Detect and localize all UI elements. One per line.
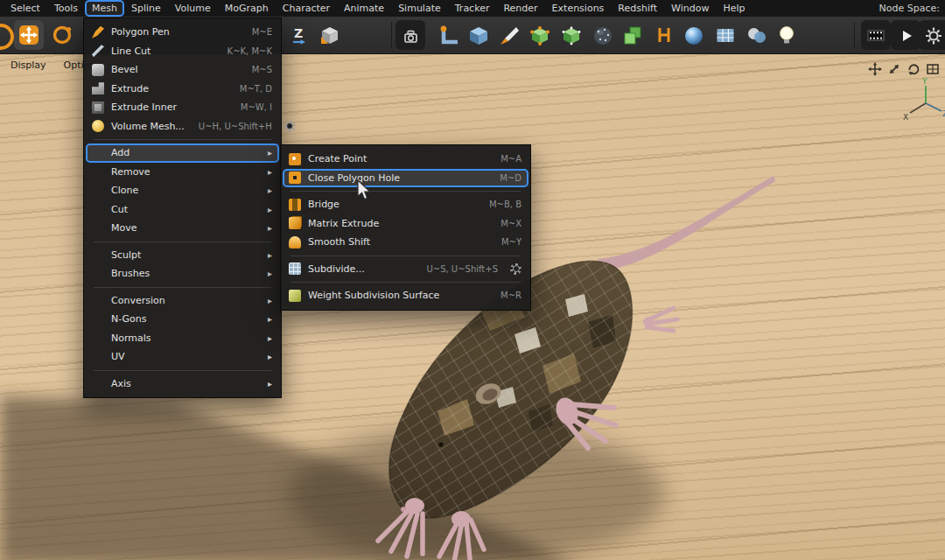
menu-item-n-gons[interactable]: N-Gons▸ <box>86 310 279 329</box>
menu-item-axis[interactable]: Axis▸ <box>86 374 279 394</box>
menu-item-add[interactable]: Add▸ <box>86 144 279 163</box>
menu-item-smooth-shift[interactable]: Smooth ShiftM~Y <box>283 233 528 252</box>
menubar-item-window[interactable]: Window <box>664 1 716 16</box>
render-settings-gear-icon[interactable] <box>919 20 945 50</box>
filmstrip-icon[interactable] <box>861 20 891 50</box>
menubar-item-render[interactable]: Render <box>496 1 544 16</box>
submenu-arrow-icon: ▸ <box>268 333 272 343</box>
menu-item-bevel[interactable]: BevelM~S <box>86 60 279 80</box>
view-layout-icon[interactable] <box>925 61 940 76</box>
submenu-arrow-icon: ▸ <box>268 352 272 361</box>
polygon-pen-icon <box>92 26 104 38</box>
menu-item-uv[interactable]: UV▸ <box>86 347 279 367</box>
submenu-arrow-icon: ▸ <box>268 148 272 158</box>
pan-icon[interactable] <box>867 61 882 76</box>
menu-item-volume-mesh[interactable]: Volume Mesh...U~H, U~Shift+H <box>86 117 279 136</box>
menu-item-remove[interactable]: Remove▸ <box>86 163 279 182</box>
submenu-arrow-icon: ▸ <box>268 205 272 214</box>
menu-item-label: Close Polygon Hole <box>308 172 400 184</box>
menu-item-cut[interactable]: Cut▸ <box>86 200 279 220</box>
submenu-arrow-icon: ▸ <box>268 314 272 324</box>
render-view-icon[interactable] <box>396 20 425 50</box>
menu-item-sculpt[interactable]: Sculpt▸ <box>86 246 279 265</box>
boolean-spheres-icon[interactable] <box>742 20 772 50</box>
menu-item-move[interactable]: Move▸ <box>86 219 279 238</box>
menu-separator <box>94 370 271 371</box>
cube-primitive-icon[interactable] <box>464 20 494 50</box>
menu-bar-items: SelectToolsMeshSplineVolumeMoGraphCharac… <box>4 0 752 17</box>
submenu-arrow-icon: ▸ <box>268 186 272 195</box>
menu-item-subdivide[interactable]: Subdivide...U~S, U~Shift+S <box>283 260 528 279</box>
gear-icon[interactable] <box>284 121 296 132</box>
menu-item-label: Weight Subdivision Surface <box>308 290 439 301</box>
line-cut-icon <box>92 45 104 57</box>
light-icon[interactable] <box>772 20 802 50</box>
menu-item-label: Add <box>111 147 130 158</box>
menu-item-label: Bevel <box>111 64 138 75</box>
menubar-item-redshift[interactable]: Redshift <box>611 1 664 16</box>
menubar-item-extensions[interactable]: Extensions <box>545 1 612 16</box>
menu-item-extrude-inner[interactable]: Extrude InnerM~W, I <box>86 98 279 117</box>
make-editable-icon[interactable] <box>315 20 345 50</box>
mesh-menu: Polygon PenM~ELine CutK~K, M~KBevelM~SEx… <box>83 18 282 398</box>
beam-tool-icon[interactable] <box>649 20 679 50</box>
menu-item-clone[interactable]: Clone▸ <box>86 181 279 200</box>
menu-item-label: Bridge <box>308 199 340 210</box>
menu-item-label: UV <box>111 351 125 362</box>
metaball-sphere-icon[interactable] <box>679 20 709 50</box>
viewport-menu-display[interactable]: Display <box>10 60 46 71</box>
orbit-icon[interactable] <box>906 61 920 76</box>
subdivision-surface-icon[interactable] <box>525 20 555 50</box>
array-grid-icon[interactable] <box>710 20 740 50</box>
menu-item-conversion[interactable]: Conversion▸ <box>86 291 279 311</box>
menubar-item-tools[interactable]: Tools <box>47 1 85 16</box>
live-selection-icon[interactable] <box>0 24 14 50</box>
shortcut-label: M~D <box>500 173 522 183</box>
matrix-extrude-icon <box>289 217 301 229</box>
menubar-item-animate[interactable]: Animate <box>337 1 391 16</box>
pen-tool-icon[interactable] <box>494 20 523 50</box>
menu-item-label: Normals <box>111 332 151 344</box>
dolly-icon[interactable] <box>886 61 901 76</box>
menu-item-polygon-pen[interactable]: Polygon PenM~E <box>86 23 279 42</box>
submenu-arrow-icon: ▸ <box>268 250 272 260</box>
menu-item-normals[interactable]: Normals▸ <box>86 329 279 348</box>
add-submenu-list: Create PointM~AClose Polygon HoleM~DBrid… <box>283 150 528 305</box>
menu-item-extrude[interactable]: ExtrudeM~T, D <box>86 80 279 99</box>
axis-gizmo[interactable]: Y X Z <box>900 77 945 126</box>
shortcut-label: K~K, M~K <box>228 46 272 56</box>
move-tool-icon[interactable] <box>14 20 44 50</box>
menu-item-bridge[interactable]: BridgeM~B, B <box>283 195 528 214</box>
menubar-item-volume[interactable]: Volume <box>168 1 218 16</box>
render-region-icon[interactable] <box>434 20 464 50</box>
node-space-label[interactable]: Node Space: <box>879 3 942 14</box>
menu-item-matrix-extrude[interactable]: Matrix ExtrudeM~X <box>283 214 528 234</box>
clone-cubes-icon[interactable] <box>618 20 648 50</box>
menu-item-line-cut[interactable]: Line CutK~K, M~K <box>86 42 279 61</box>
volume-mesh-icon <box>92 120 104 132</box>
menu-item-label: Axis <box>111 378 131 389</box>
volume-mesh-cube-icon[interactable] <box>556 20 586 50</box>
rotate-tool-icon[interactable] <box>47 20 77 50</box>
gear-icon[interactable] <box>510 263 522 275</box>
submenu-arrow-icon: ▸ <box>268 223 272 233</box>
menubar-item-mograph[interactable]: MoGraph <box>218 1 276 16</box>
menubar-item-help[interactable]: Help <box>716 1 752 16</box>
menu-separator <box>94 242 271 242</box>
menubar-item-mesh[interactable]: Mesh <box>85 0 124 17</box>
menu-item-label: Brushes <box>111 268 150 279</box>
z-axis-lock-icon[interactable]: Z <box>285 20 315 50</box>
menubar-item-select[interactable]: Select <box>4 1 47 16</box>
menu-item-label: Sculpt <box>111 249 141 261</box>
menubar-item-spline[interactable]: Spline <box>124 1 168 16</box>
menu-item-create-point[interactable]: Create PointM~A <box>283 150 528 169</box>
play-render-icon[interactable] <box>891 20 920 50</box>
menu-item-weight-subdivision-surface[interactable]: Weight Subdivision SurfaceM~R <box>283 286 528 305</box>
shortcut-label: M~E <box>252 27 272 37</box>
remesh-sphere-icon[interactable] <box>588 20 618 50</box>
menu-item-close-polygon-hole[interactable]: Close Polygon HoleM~D <box>283 169 528 188</box>
menubar-item-character[interactable]: Character <box>276 1 337 16</box>
menubar-item-simulate[interactable]: Simulate <box>391 1 448 16</box>
menubar-item-tracker[interactable]: Tracker <box>448 1 497 16</box>
menu-item-brushes[interactable]: Brushes▸ <box>86 264 279 284</box>
